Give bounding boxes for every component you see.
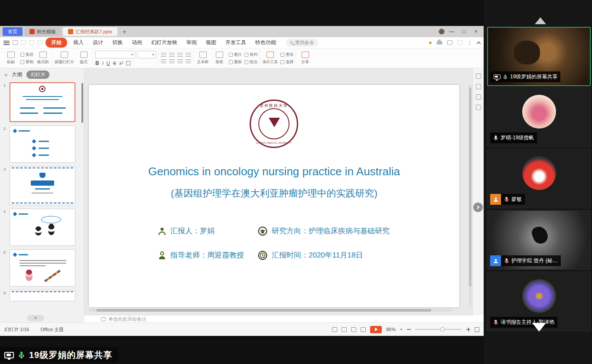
properties-icon[interactable] [476, 74, 481, 79]
zoom-caret-icon[interactable] [400, 329, 403, 332]
line-spacing-icon[interactable] [185, 53, 191, 57]
format-painter-button[interactable]: 格式刷 [36, 52, 50, 65]
thumbnail-scrollbar[interactable] [81, 83, 83, 123]
participant-tile[interactable]: 廖敏 [487, 149, 591, 208]
vertical-scrollbar[interactable] [469, 85, 472, 307]
participant-tile[interactable]: 19级罗娟的屏幕共享 [487, 27, 591, 86]
bold-button[interactable]: B [95, 60, 99, 66]
collapse-panel-icon[interactable]: « [4, 71, 7, 78]
layout-button[interactable]: 版式 [77, 52, 91, 65]
superscript-button[interactable]: x² [119, 61, 123, 66]
tab-docer[interactable]: 稻壳模板 [24, 27, 61, 36]
align-right-icon[interactable] [177, 59, 183, 64]
tab-home[interactable]: 首页 [3, 27, 23, 36]
cloud-sync-icon[interactable] [436, 41, 442, 45]
print-icon[interactable] [21, 40, 26, 45]
menu-features[interactable]: 特色功能 [252, 38, 279, 47]
presentation-tools-button[interactable]: 演示工具 [262, 52, 278, 65]
bullet-list-icon[interactable] [161, 53, 166, 57]
picture-button[interactable]: 图片 [229, 52, 242, 58]
slide-thumbnail-2[interactable] [10, 126, 75, 163]
italic-button[interactable]: I [102, 61, 104, 66]
tab-document[interactable]: 汇报经典款7.pptx [63, 27, 117, 36]
slides-tab[interactable]: 幻灯片 [26, 71, 49, 79]
comments-panel-icon[interactable] [476, 105, 481, 110]
command-search-input[interactable]: 查找命令 [286, 39, 319, 47]
font-size-combo[interactable] [137, 51, 156, 58]
scroll-up-arrow[interactable] [535, 17, 546, 24]
redo-icon[interactable] [37, 40, 42, 45]
group-button[interactable]: 组合 [244, 59, 257, 65]
theme-name[interactable]: Office 主题 [40, 326, 64, 333]
animation-panel-icon[interactable] [476, 94, 481, 100]
design-panel-icon[interactable] [476, 84, 481, 89]
new-slide-button[interactable]: 新建幻灯片 [55, 52, 74, 65]
slide-thumbnail-5[interactable] [10, 249, 75, 287]
cut-button[interactable]: 剪切 [20, 52, 33, 58]
slide-thumbnail-4[interactable] [10, 209, 75, 246]
indent-icon[interactable] [177, 53, 183, 57]
participant-tile[interactable]: 读书报告主持人-郭泽艳 [487, 272, 591, 331]
horizontal-scrollbar[interactable] [89, 309, 453, 312]
numbered-list-icon[interactable] [169, 53, 175, 57]
slide-thumbnail-1[interactable] [10, 82, 75, 122]
font-color-icon[interactable] [126, 61, 130, 65]
menu-design[interactable]: 设计 [90, 38, 106, 47]
hamburger-menu-icon[interactable] [3, 41, 10, 45]
zoom-level[interactable]: 86% [386, 327, 396, 332]
arrange-button[interactable]: 排列 [244, 52, 257, 58]
add-slide-button[interactable]: + [27, 315, 44, 321]
normal-view-icon[interactable] [332, 327, 337, 332]
more-menu-icon[interactable]: ⋮ [467, 40, 472, 46]
font-name-combo[interactable] [95, 51, 135, 58]
notes-input[interactable]: 单击此处添加备注 [85, 315, 472, 322]
icon-lib-button[interactable]: 图标 [229, 59, 242, 65]
underline-button[interactable]: U [107, 61, 110, 66]
zoom-in-button[interactable] [466, 329, 470, 330]
close-button[interactable]: × [471, 29, 481, 35]
share-doc-icon[interactable] [447, 40, 452, 45]
collaborate-icon[interactable] [457, 40, 462, 45]
select-pane-button[interactable]: 选择 [280, 59, 293, 65]
maximize-button[interactable]: □ [459, 29, 469, 35]
zoom-out-button[interactable] [407, 329, 411, 330]
minimize-button[interactable]: — [446, 29, 457, 35]
outline-view-icon[interactable] [361, 327, 366, 332]
find-replace-button[interactable]: 查找 [280, 52, 293, 58]
new-tab-button[interactable]: + [119, 28, 130, 35]
strikethrough-button[interactable]: S [113, 61, 116, 66]
slide-thumbnail-6[interactable] [10, 290, 75, 301]
slide-canvas[interactable]: 贵州医科大学 GUIZHOU MEDICAL UNIVERSITY Genomi… [89, 85, 459, 307]
menu-slideshow[interactable]: 幻灯片放映 [148, 38, 180, 47]
menu-review[interactable]: 审阅 [183, 38, 200, 47]
participant-tile[interactable]: 罗晴-19级曾帆 [487, 87, 591, 147]
copy-button[interactable]: 复制 [20, 59, 33, 65]
menu-animation[interactable]: 动画 [129, 38, 145, 47]
slideshow-play-button[interactable] [370, 326, 382, 333]
menu-view[interactable]: 视图 [203, 38, 219, 47]
account-avatar[interactable] [439, 29, 445, 35]
scroll-down-arrow[interactable] [532, 323, 546, 332]
fullscreen-icon[interactable] [475, 327, 479, 332]
menu-developer[interactable]: 开发工具 [222, 38, 249, 47]
justify-icon[interactable] [185, 59, 191, 64]
share-button[interactable]: 分享 [298, 52, 312, 65]
shapes-button[interactable]: 形状 [212, 52, 226, 65]
zoom-slider[interactable] [415, 329, 462, 330]
menu-start[interactable]: 开始 [46, 38, 67, 48]
slide-sorter-icon[interactable] [342, 327, 347, 332]
participant-tile[interactable]: 护理学院 曾丹 (秘… [487, 210, 591, 270]
expand-panel-button[interactable] [473, 203, 483, 212]
align-left-icon[interactable] [161, 59, 166, 64]
menu-insert[interactable]: 插入 [70, 38, 87, 47]
paste-button[interactable]: 粘贴 [4, 52, 18, 65]
text-box-button[interactable]: 文本框 [196, 52, 210, 65]
menu-transition[interactable]: 切换 [109, 38, 126, 47]
save-icon[interactable] [13, 40, 18, 45]
align-center-icon[interactable] [169, 59, 175, 64]
undo-icon[interactable] [29, 40, 34, 45]
slide-thumbnail-3[interactable] [10, 166, 75, 205]
outline-tab[interactable]: 大纲 [12, 71, 22, 78]
reading-view-icon[interactable] [351, 327, 356, 332]
collapse-ribbon-icon[interactable] [477, 41, 481, 45]
